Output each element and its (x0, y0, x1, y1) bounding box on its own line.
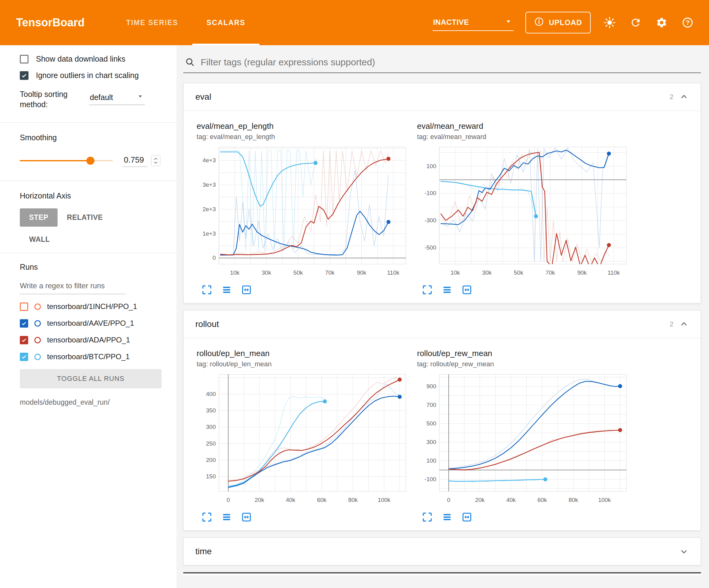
chart-actions (202, 285, 409, 295)
chart-canvas[interactable]: 10k30k50k70k90k110k100-100-300-500 (417, 143, 629, 281)
svg-text:90k: 90k (577, 270, 587, 276)
app-title: TensorBoard (0, 0, 112, 45)
svg-text:700: 700 (426, 402, 436, 408)
run-color-ring (34, 337, 41, 343)
svg-text:400: 400 (206, 391, 216, 397)
chart-eval-mean-reward: eval/mean_reward tag: eval/mean_reward 1… (417, 121, 629, 295)
svg-text:50k: 50k (514, 270, 524, 276)
checkbox-box[interactable] (20, 71, 28, 80)
section-time-header[interactable]: time (184, 538, 701, 565)
svg-text:1e+3: 1e+3 (203, 230, 216, 237)
run-label: tensorboard/1INCH/PPO_1 (47, 302, 137, 311)
chart-canvas[interactable]: 020k40k60k80k100k150200250300350400 (196, 370, 409, 508)
svg-text:100k: 100k (598, 497, 611, 503)
smoothing-input[interactable]: 0.759 (123, 154, 160, 167)
help-icon[interactable]: ? (681, 16, 695, 30)
chevron-down-icon[interactable] (679, 546, 689, 556)
show-download-links-checkbox[interactable]: Show data download links (20, 54, 169, 63)
data-table-icon[interactable] (221, 512, 232, 522)
run-label: tensorboard/AAVE/PPO_1 (47, 319, 134, 328)
svg-text:10k: 10k (450, 270, 460, 276)
fullscreen-icon[interactable] (202, 512, 212, 522)
svg-text:60k: 60k (317, 497, 326, 503)
tab-time-series[interactable]: TIME SERIES (112, 0, 192, 45)
chart-rollout-ep-len-mean: rollout/ep_len_mean tag: rollout/ep_len_… (196, 349, 409, 522)
svg-text:60k: 60k (537, 497, 547, 503)
section-time: time (183, 538, 701, 565)
smoothing-slider[interactable] (20, 157, 113, 165)
axis-step-button[interactable]: STEP (20, 208, 58, 227)
svg-text:3e+3: 3e+3 (203, 181, 216, 188)
chart-eval-mean-ep-length: eval/mean_ep_length tag: eval/mean_ep_le… (196, 121, 409, 295)
runs-list: tensorboard/1INCH/PPO_1tensorboard/AAVE/… (20, 302, 169, 361)
tooltip-sorting-select[interactable]: default (89, 91, 145, 105)
chevron-up-icon[interactable] (679, 92, 689, 102)
tab-scalars[interactable]: SCALARS (192, 0, 259, 45)
tooltip-sorting-value: default (90, 93, 113, 102)
axis-wall-button[interactable]: WALL (20, 230, 59, 249)
runs-filter-input[interactable] (20, 280, 125, 294)
svg-text:500: 500 (426, 420, 436, 427)
run-label: tensorboard/ADA/PPO_1 (47, 336, 130, 344)
axis-relative-button[interactable]: RELATIVE (58, 208, 112, 227)
run-checkbox[interactable] (20, 353, 28, 361)
fullscreen-icon[interactable] (202, 285, 212, 295)
svg-text:-500: -500 (424, 244, 436, 251)
svg-text:20k: 20k (475, 497, 485, 503)
svg-text:40k: 40k (506, 497, 516, 503)
svg-text:30k: 30k (262, 270, 271, 276)
chevron-up-icon[interactable] (679, 319, 689, 329)
sidebar: Show data download links Ignore outliers… (0, 45, 177, 588)
svg-text:300: 300 (206, 424, 216, 430)
run-row[interactable]: tensorboard/1INCH/PPO_1 (20, 302, 169, 311)
fit-domain-icon[interactable] (462, 512, 472, 522)
settings-gear-icon[interactable] (655, 16, 669, 30)
refresh-icon[interactable] (629, 16, 643, 30)
info-icon (534, 17, 544, 28)
tooltip-sorting-row: Tooltip sorting method: default (20, 89, 169, 109)
fit-domain-icon[interactable] (241, 285, 252, 295)
chart-actions (422, 512, 629, 522)
data-table-icon[interactable] (442, 285, 452, 295)
chart-title: rollout/ep_len_mean (196, 349, 409, 358)
main-tabs: TIME SERIES SCALARS (112, 0, 259, 45)
chart-actions (202, 512, 409, 522)
toggle-all-runs-button[interactable]: TOGGLE ALL RUNS (20, 369, 162, 388)
fit-domain-icon[interactable] (241, 512, 252, 522)
data-table-icon[interactable] (221, 285, 232, 295)
fullscreen-icon[interactable] (422, 285, 432, 295)
status-dropdown[interactable]: INACTIVE (432, 14, 514, 31)
brightness-icon[interactable] (603, 16, 617, 30)
checkbox-box[interactable] (20, 55, 28, 63)
section-rollout-header[interactable]: rollout 2 (184, 311, 701, 338)
svg-text:2e+3: 2e+3 (203, 206, 216, 212)
run-row[interactable]: tensorboard/BTC/PPO_1 (20, 352, 169, 361)
data-table-icon[interactable] (442, 512, 452, 522)
svg-text:30k: 30k (482, 270, 492, 276)
fullscreen-icon[interactable] (422, 512, 432, 522)
svg-text:80k: 80k (569, 497, 578, 503)
tag-filter-input[interactable] (201, 57, 699, 68)
chart-canvas[interactable]: 020k40k60k80k100k-100100300500700900 (417, 370, 629, 508)
section-eval-header[interactable]: eval 2 (184, 83, 701, 111)
slider-thumb[interactable] (86, 157, 95, 165)
svg-text:20k: 20k (255, 497, 264, 503)
chart-canvas[interactable]: 10k30k50k70k90k110k01e+32e+33e+34e+3 (196, 143, 409, 281)
run-checkbox[interactable] (20, 319, 28, 328)
upload-label: UPLOAD (549, 18, 582, 27)
spinner-up-icon (154, 157, 158, 160)
ignore-outliers-checkbox[interactable]: Ignore outliers in chart scaling (20, 71, 169, 80)
fit-domain-icon[interactable] (462, 285, 472, 295)
svg-text:10k: 10k (230, 270, 240, 276)
smoothing-value[interactable]: 0.759 (123, 154, 148, 167)
svg-text:100k: 100k (378, 497, 391, 503)
svg-text:-100: -100 (424, 190, 436, 196)
run-row[interactable]: tensorboard/ADA/PPO_1 (20, 336, 169, 344)
run-checkbox[interactable] (20, 336, 28, 344)
run-checkbox[interactable] (20, 303, 28, 311)
upload-button[interactable]: UPLOAD (525, 12, 591, 33)
search-icon (185, 57, 195, 67)
svg-text:-100: -100 (424, 476, 436, 482)
number-spinner[interactable] (151, 155, 160, 166)
run-row[interactable]: tensorboard/AAVE/PPO_1 (20, 319, 169, 328)
